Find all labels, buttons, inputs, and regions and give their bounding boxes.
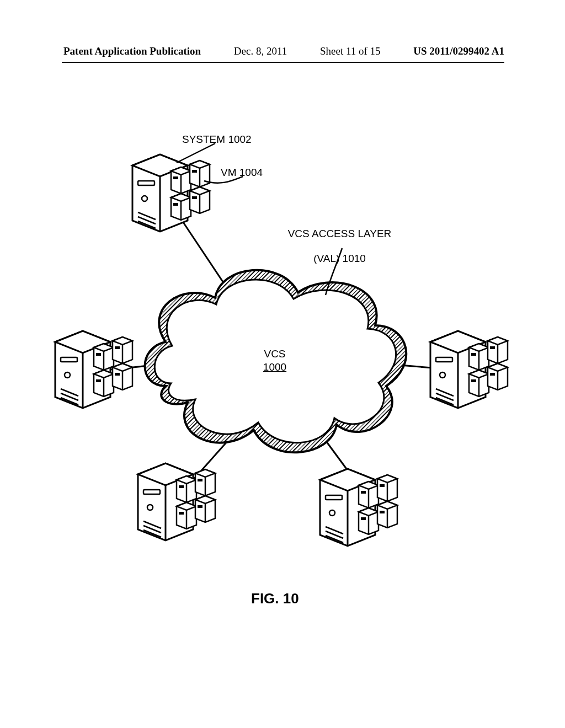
figure-caption: FIG. 10 <box>251 590 299 607</box>
header-pubno: US 2011/0299402 A1 <box>413 45 504 57</box>
label-val-line2: (VAL) 1010 <box>313 253 366 264</box>
label-system: SYSTEM 1002 <box>182 133 252 146</box>
server-left <box>55 331 132 408</box>
header-publication: Patent Application Publication <box>63 45 201 57</box>
label-vm: VM 1004 <box>221 167 263 179</box>
server-bottom-left <box>138 463 215 540</box>
label-vcs-name: VCS <box>264 348 285 360</box>
label-vcs-number: 1000 <box>263 361 286 373</box>
label-val: VCS ACCESS LAYER (VAL) 1010 <box>270 215 391 278</box>
server-right <box>430 331 508 408</box>
server-top <box>132 154 210 232</box>
figure-canvas: SYSTEM 1002 VM 1004 VCS ACCESS LAYER (VA… <box>0 77 565 629</box>
header-sheet: Sheet 11 of 15 <box>320 45 381 57</box>
system-leader <box>177 143 215 163</box>
header-date: Dec. 8, 2011 <box>234 45 287 57</box>
page-header: Patent Application Publication Dec. 8, 2… <box>63 45 504 57</box>
header-rule <box>62 62 504 63</box>
label-val-line1: VCS ACCESS LAYER <box>288 228 392 239</box>
label-vcs: VCS 1000 <box>253 347 297 374</box>
server-bottom-right <box>320 469 397 546</box>
